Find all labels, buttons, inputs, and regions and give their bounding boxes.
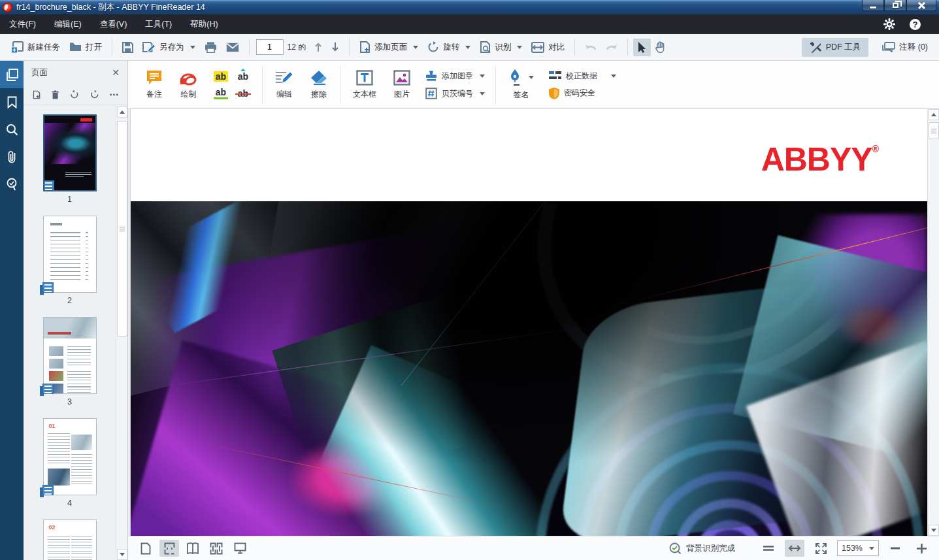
abbyy-app-icon <box>3 3 12 12</box>
save-as-icon <box>142 41 156 53</box>
rotate-dropdown-icon[interactable] <box>465 46 470 49</box>
picture-button[interactable]: 图片 <box>385 70 419 100</box>
compare-button[interactable]: 对比 <box>527 39 569 56</box>
sign-dropdown-icon[interactable] <box>529 76 534 79</box>
sign-button[interactable]: 签名 <box>500 69 542 101</box>
verify-data-button[interactable]: 校正数据 <box>549 71 616 82</box>
email-icon <box>226 42 239 52</box>
pdf-page[interactable]: ABBYY® <box>130 109 927 536</box>
strikethrough-button[interactable]: ab <box>236 88 250 99</box>
fit-page-button[interactable] <box>811 540 831 557</box>
sidebar-digital-signatures-tab[interactable] <box>0 171 24 198</box>
page-number-input[interactable] <box>256 39 284 55</box>
add-stamp-dropdown-icon[interactable] <box>480 74 485 78</box>
continuous-pages-icon <box>164 542 175 555</box>
undo-button[interactable] <box>580 39 601 55</box>
page-thumbnail-2[interactable] <box>43 216 97 293</box>
select-tool-button[interactable] <box>633 39 651 56</box>
help-icon[interactable]: ? <box>910 19 921 30</box>
verify-data-dropdown-icon[interactable] <box>611 74 616 78</box>
panel-rotate-right-icon[interactable] <box>90 89 99 100</box>
save-as-dropdown-icon[interactable] <box>190 46 195 49</box>
erase-button[interactable]: 擦除 <box>302 70 336 100</box>
navigation-sidebar <box>0 61 24 560</box>
scrollbar-thumb[interactable] <box>929 122 939 139</box>
pages-panel-close-icon[interactable]: ✕ <box>112 67 120 78</box>
page-thumbnail-1[interactable] <box>43 114 97 191</box>
fit-width-button[interactable] <box>785 540 804 557</box>
add-pages-button[interactable]: 添加页面 <box>355 38 423 56</box>
recognize-button[interactable]: 识别 <box>475 38 527 56</box>
comment-icon <box>882 42 895 52</box>
panel-rotate-left-icon[interactable] <box>70 89 79 100</box>
email-button[interactable] <box>222 39 244 56</box>
page-thumbnail-4[interactable]: 01 <box>43 418 97 495</box>
facing-pages-view-button[interactable] <box>183 540 203 557</box>
recognize-label: 识别 <box>495 42 511 53</box>
highlight-button[interactable]: ab <box>214 71 228 82</box>
menu-file[interactable]: 文件(F) <box>9 19 36 30</box>
save-as-button[interactable]: 另存为 <box>138 38 200 56</box>
presentation-icon <box>234 542 246 554</box>
document-scrollbar[interactable] <box>927 109 939 536</box>
panel-delete-icon[interactable] <box>52 90 59 100</box>
pdf-tools-button[interactable]: PDF 工具 <box>802 38 868 57</box>
menu-edit[interactable]: 编辑(E) <box>54 19 82 30</box>
presentation-view-button[interactable] <box>230 540 250 557</box>
bates-numbering-button[interactable]: 贝茨编号 <box>425 88 485 99</box>
sidebar-attachments-tab[interactable] <box>0 143 24 171</box>
sidebar-bookmarks-tab[interactable] <box>0 88 24 116</box>
scroll-down-icon[interactable] <box>117 549 127 560</box>
facing-continuous-view-button[interactable] <box>206 540 226 557</box>
menu-help[interactable]: 帮助(H) <box>190 19 218 30</box>
restore-button[interactable] <box>884 0 906 11</box>
new-task-button[interactable]: 新建任务 <box>7 38 65 56</box>
pages-panel-scrollbar[interactable] <box>116 107 127 560</box>
previous-page-button[interactable] <box>310 39 327 56</box>
recognized-badge-icon <box>40 384 54 396</box>
minimize-button[interactable] <box>862 0 884 11</box>
close-button[interactable] <box>906 0 936 11</box>
next-page-button[interactable] <box>327 39 344 56</box>
zoom-in-button[interactable] <box>912 540 931 557</box>
page-thumbnail-3[interactable] <box>43 317 97 394</box>
menu-tools[interactable]: 工具(T) <box>145 19 172 30</box>
redo-button[interactable] <box>601 39 622 55</box>
scrollbar-thumb[interactable] <box>117 121 127 337</box>
draw-button[interactable]: 绘制 <box>171 70 206 100</box>
underline-button[interactable]: ab <box>214 87 228 99</box>
insert-text-button[interactable]: ab <box>236 71 250 82</box>
zoom-level-value: 153% <box>842 544 863 553</box>
add-pages-dropdown-icon[interactable] <box>413 46 418 49</box>
comments-button[interactable]: 注释 (0) <box>878 39 932 56</box>
note-button[interactable]: 备注 <box>137 70 171 100</box>
single-page-icon <box>140 542 151 555</box>
print-icon <box>205 42 217 53</box>
continuous-view-button[interactable] <box>159 540 179 557</box>
rotate-button[interactable]: 旋转 <box>423 38 475 56</box>
menu-view[interactable]: 查看(V) <box>100 19 127 30</box>
open-button[interactable]: 打开 <box>65 39 107 56</box>
save-button[interactable] <box>118 39 138 56</box>
scroll-up-icon[interactable] <box>117 107 127 118</box>
recognize-dropdown-icon[interactable] <box>517 46 522 49</box>
edit-button[interactable]: 编辑 <box>267 70 302 100</box>
single-page-view-button[interactable] <box>136 540 156 557</box>
password-security-button[interactable]: 密码安全 <box>549 88 616 99</box>
zoom-out-button[interactable] <box>885 540 905 557</box>
bates-dropdown-icon[interactable] <box>480 92 485 95</box>
add-stamp-button[interactable]: 添加图章 <box>425 70 485 82</box>
gear-icon[interactable] <box>883 18 895 30</box>
fit-text-width-button[interactable] <box>759 540 778 557</box>
page-thumbnail-5[interactable]: 02 <box>43 519 97 560</box>
print-button[interactable] <box>200 39 222 56</box>
sidebar-search-tab[interactable] <box>0 116 24 143</box>
sidebar-pages-tab[interactable] <box>0 61 24 88</box>
scroll-down-icon[interactable] <box>929 525 939 536</box>
panel-add-page-icon[interactable] <box>33 90 41 100</box>
text-box-button[interactable]: 文本框 <box>344 70 385 100</box>
panel-more-icon[interactable] <box>110 93 118 96</box>
zoom-level-select[interactable]: 153% <box>837 540 879 556</box>
scroll-up-icon[interactable] <box>929 109 939 120</box>
hand-tool-button[interactable] <box>651 38 670 56</box>
